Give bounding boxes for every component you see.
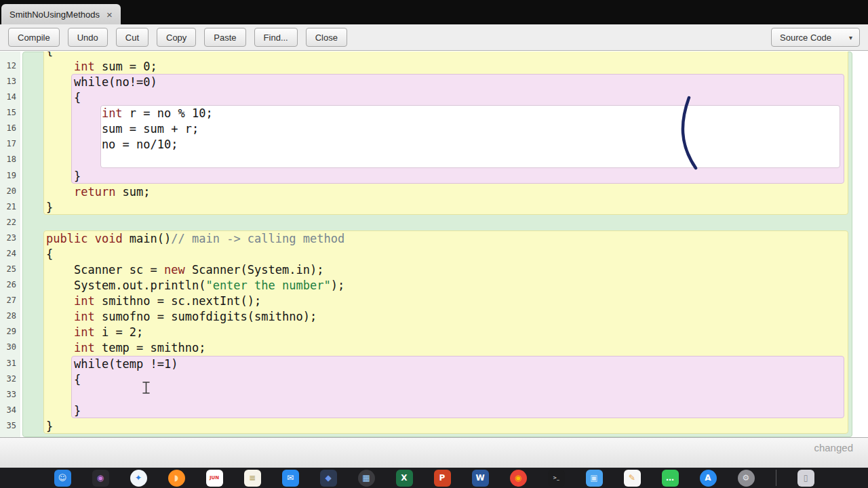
calendar-glyph: JUN [210,475,219,481]
code-line[interactable]: { [0,52,868,58]
code-text: } [46,169,81,184]
code-line[interactable]: 34 } [0,403,868,418]
code-line[interactable]: 31 while(temp !=1) [0,356,868,371]
cut-button[interactable]: Cut [116,28,149,47]
line-number: 12 [0,61,16,70]
firefox-glyph: ◗ [174,473,178,483]
line-number: 20 [0,186,16,196]
code-line[interactable]: 30 int temp = smithno; [0,340,868,355]
code-line[interactable]: 33 [0,387,868,403]
code-text: sum = sum + r; [46,121,199,136]
dock-icon-excel[interactable]: X [396,470,413,487]
paste-button[interactable]: Paste [204,28,245,47]
line-number: 32 [0,374,16,384]
dock-icon-photo-booth[interactable]: ◉ [92,470,109,487]
view-selector[interactable]: Source Code ▾ [771,28,860,47]
line-number: 21 [0,202,16,211]
code-line[interactable]: 25 Scanner sc = new Scanner(System.in); [0,262,868,277]
code-line[interactable]: 19 } [0,168,868,184]
code-line[interactable]: 27 int smithno = sc.nextInt(); [0,293,868,308]
line-number: 25 [0,264,16,274]
changed-status: changed [814,442,853,453]
dock-icon-finder[interactable]: ☺ [54,470,71,487]
code-line[interactable]: 17 no = no/10; [0,136,868,152]
code-line[interactable]: 20 return sum; [0,184,868,199]
dock-icon-maps[interactable]: ◆ [320,470,337,487]
dock-icon-firefox[interactable]: ◗ [168,470,185,487]
code-lines: {12 int sum = 0;13 while(no!=0)14 {15 in… [0,52,868,437]
tab-title: SmithNoUsingMethods [9,9,100,20]
dock-icon-notes[interactable]: ≡ [244,470,261,487]
launchpad-glyph: ▦ [362,473,370,483]
code-line[interactable]: 23public void main()// main -> calling m… [0,230,868,246]
dock-icon-messages[interactable]: … [662,470,679,487]
code-line[interactable]: 18 [0,152,868,167]
toolbar-button-group: CompileUndoCutCopyPasteFind...Close [8,28,347,47]
code-line[interactable]: 26 System.out.println("enter the number"… [0,277,868,293]
code-text: { [46,52,53,58]
close-icon[interactable]: × [106,9,113,20]
dock-icon-system-preferences[interactable]: ⚙ [738,470,755,487]
line-number: 22 [0,218,16,227]
line-number: 15 [0,108,16,117]
code-line[interactable]: 32 { [0,371,868,387]
undo-button[interactable]: Undo [68,28,108,47]
dock-icon-app-store[interactable]: A [700,470,717,487]
chrome-glyph: ◉ [515,473,521,483]
code-line[interactable]: 15 int r = no % 10; [0,105,868,121]
dock-icon-chrome[interactable]: ◉ [510,470,527,487]
code-line[interactable]: 22 [0,215,868,230]
dock-icon-launchpad[interactable]: ▦ [358,470,375,487]
code-text: return sum; [46,184,151,199]
code-text: } [46,200,53,215]
dock-icon-trash[interactable]: ▯ [797,470,814,487]
compile-button[interactable]: Compile [8,28,60,47]
code-line[interactable]: 35} [0,418,868,434]
editor-tab[interactable]: SmithNoUsingMethods × [1,4,121,24]
code-line[interactable]: 29 int i = 2; [0,324,868,340]
find-button[interactable]: Find... [254,28,298,47]
code-text: Scanner sc = new Scanner(System.in); [46,262,323,277]
line-number: 13 [0,77,16,86]
dock-icon-mail[interactable]: ✉ [282,470,299,487]
code-text: int temp = smithno; [46,340,205,355]
line-number: 27 [0,296,16,305]
line-number: 26 [0,280,16,289]
dock-icon-terminal[interactable]: >_ [548,470,565,487]
dock-icon-safari[interactable]: ✦ [130,470,147,487]
messages-glyph: … [666,473,674,483]
code-editor[interactable]: {12 int sum = 0;13 while(no!=0)14 {15 in… [0,52,868,437]
code-line[interactable]: 13 while(no!=0) [0,74,868,89]
code-line[interactable]: 28 int sumofno = sumofdigits(smithno); [0,308,868,324]
mail-glyph: ✉ [287,473,294,483]
line-number: 30 [0,342,16,352]
line-number: 28 [0,311,16,321]
finder-glyph: ☺ [58,473,67,483]
powerpoint-glyph: P [439,473,446,483]
safari-glyph: ✦ [135,473,142,483]
dock-icon-calendar[interactable]: JUN [206,470,223,487]
code-text: int sum = 0; [46,59,157,74]
code-text: int sumofno = sumofdigits(smithno); [46,309,317,324]
dock-icon-pages[interactable]: ✎ [624,470,641,487]
maps-glyph: ◆ [325,473,331,483]
excel-glyph: X [401,473,407,483]
code-text: no = no/10; [46,137,178,152]
photo-booth-glyph: ◉ [97,473,104,483]
folder-downloads-glyph: ▣ [590,473,597,483]
dock-icon-word[interactable]: W [472,470,489,487]
code-text: } [46,419,53,434]
code-text: { [46,372,81,387]
code-line[interactable]: 24{ [0,246,868,262]
copy-button[interactable]: Copy [157,28,196,47]
dock-icon-powerpoint[interactable]: P [434,470,451,487]
code-line[interactable]: 21} [0,199,868,215]
code-text: int r = no % 10; [46,106,213,121]
line-number: 23 [0,233,16,243]
close-button[interactable]: Close [306,28,347,47]
code-line[interactable]: 16 sum = sum + r; [0,121,868,136]
code-line[interactable]: 12 int sum = 0; [0,58,868,74]
dock-icon-folder-downloads[interactable]: ▣ [586,470,603,487]
code-line[interactable]: 14 { [0,89,868,105]
line-number: 17 [0,139,16,148]
